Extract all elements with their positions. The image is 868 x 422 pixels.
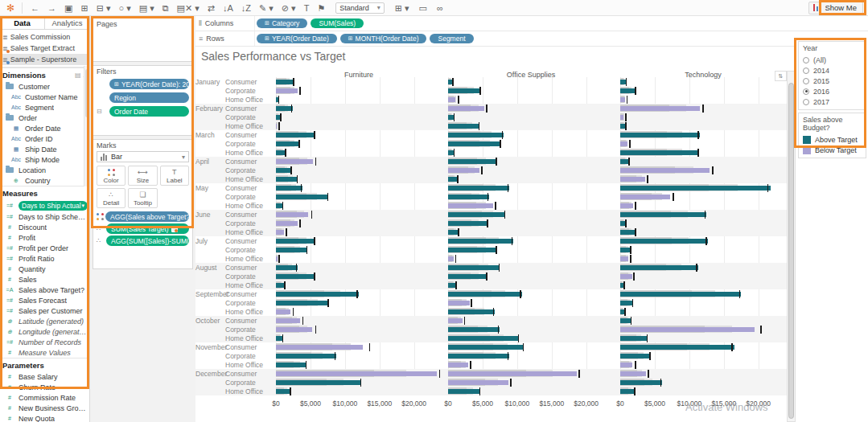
bullet-cell[interactable] <box>276 192 442 201</box>
parameter-item[interactable]: #Commission Rate <box>0 392 89 403</box>
bullet-cell[interactable] <box>448 77 614 86</box>
bullet-cell[interactable] <box>620 113 786 121</box>
chart-vertical-scrollbar[interactable] <box>787 71 796 422</box>
swap-rows-columns-icon[interactable]: ⇄ <box>204 1 219 15</box>
measure-item[interactable]: #Measure Values <box>0 347 89 358</box>
pause-auto-updates-icon[interactable]: ⊟ ▾ <box>93 1 115 15</box>
bullet-cell[interactable] <box>276 148 442 157</box>
dimension-item[interactable]: AbcOrder ID <box>0 133 89 144</box>
parameter-item[interactable]: #Churn Rate <box>0 382 89 392</box>
bullet-cell[interactable] <box>448 219 614 227</box>
bullet-cell[interactable] <box>620 307 786 316</box>
parameter-item[interactable]: #New Quota <box>0 413 89 422</box>
measure-item[interactable]: #Sales <box>0 274 89 285</box>
measure-item[interactable]: =#Sales per Customer <box>0 305 89 316</box>
bullet-cell[interactable] <box>276 289 442 298</box>
bullet-cell[interactable] <box>276 104 442 113</box>
bullet-cell[interactable] <box>276 387 442 395</box>
bullet-cell[interactable] <box>620 254 786 263</box>
dimension-item[interactable]: ▦Order Date <box>0 123 89 133</box>
bullet-cell[interactable] <box>276 307 442 316</box>
data-source-item[interactable]: ≣Sales Target Extract <box>0 43 89 54</box>
bullet-cell[interactable] <box>276 316 442 325</box>
parameter-item[interactable]: #Base Salary <box>0 371 89 382</box>
tableau-logo-icon[interactable]: ✻ <box>3 2 18 14</box>
bullet-cell[interactable] <box>276 369 442 378</box>
bullet-cell[interactable] <box>448 351 614 360</box>
bullet-cell[interactable] <box>448 325 614 334</box>
bullet-cell[interactable] <box>448 192 614 201</box>
bullet-cell[interactable] <box>620 236 786 245</box>
legend-item[interactable]: Above Target <box>803 134 862 145</box>
sort-ascending-icon[interactable]: ↓A <box>219 1 237 15</box>
fit-mode-select[interactable]: Standard ▾ <box>335 2 385 14</box>
data-source-item[interactable]: ≣Sample - Superstore <box>0 54 89 65</box>
axis-sort-button[interactable]: ⇅ <box>775 71 787 81</box>
bullet-cell[interactable] <box>620 325 786 334</box>
bullet-cell[interactable] <box>620 86 786 95</box>
bullet-cell[interactable] <box>276 263 442 272</box>
bullet-cell[interactable] <box>276 254 442 263</box>
bullet-cell[interactable] <box>448 157 614 166</box>
bullet-cell[interactable] <box>448 316 614 325</box>
year-option[interactable]: 2014 <box>803 65 862 76</box>
bullet-cell[interactable] <box>620 334 786 342</box>
shelf-pill[interactable]: ⊞MONTH(Order Date) <box>340 34 427 43</box>
bullet-cell[interactable] <box>276 157 442 166</box>
shelf-pill[interactable]: SUM(Sales) <box>311 18 364 28</box>
dimension-item[interactable]: AbcCustomer Name <box>0 92 89 102</box>
bullet-cell[interactable] <box>276 227 442 236</box>
bullet-cell[interactable] <box>448 86 614 95</box>
bullet-cell[interactable] <box>276 281 442 289</box>
bullet-cell[interactable] <box>276 360 442 369</box>
bullet-cell[interactable] <box>620 227 786 236</box>
bullet-cell[interactable] <box>620 130 786 139</box>
filter-pill[interactable]: ⊞YEAR(Order Date): 2016 <box>109 79 189 89</box>
mark-pill[interactable]: AGG(SUM([Sales])-SUM([… <box>106 236 189 246</box>
bullet-cell[interactable] <box>276 219 442 227</box>
bullet-cell[interactable] <box>448 121 614 130</box>
dimension-item[interactable]: AbcShip Mode <box>0 154 89 165</box>
show-mark-labels-icon[interactable]: T <box>300 1 314 15</box>
measure-item[interactable]: =ASales above Target? <box>0 285 89 295</box>
bullet-cell[interactable] <box>276 342 442 351</box>
bullet-cell[interactable] <box>620 387 786 395</box>
bullet-cell[interactable] <box>448 130 614 139</box>
label-button[interactable]: TLabel <box>160 166 189 186</box>
bullet-cell[interactable] <box>448 334 614 342</box>
redo-icon[interactable]: → <box>43 1 60 15</box>
bullet-cell[interactable] <box>448 342 614 351</box>
bullet-cell[interactable] <box>620 77 786 86</box>
bullet-cell[interactable] <box>620 263 786 272</box>
bullet-cell[interactable] <box>620 281 786 289</box>
bullet-cell[interactable] <box>620 342 786 351</box>
radio-button[interactable] <box>803 78 809 84</box>
bullet-cell[interactable] <box>448 378 614 387</box>
bullet-cell[interactable] <box>448 254 614 263</box>
bullet-cell[interactable] <box>448 387 614 395</box>
bullet-cell[interactable] <box>276 351 442 360</box>
run-auto-updates-icon[interactable]: ○ ▾ <box>114 1 134 15</box>
mark-pill[interactable]: AGG(Sales above Target?) <box>105 211 189 222</box>
bullet-cell[interactable] <box>620 157 786 166</box>
bullet-cell[interactable] <box>620 104 786 113</box>
filter-pill[interactable]: Region <box>109 92 189 103</box>
bullet-cell[interactable] <box>620 351 786 360</box>
fix-axes-icon[interactable]: ⚑ <box>313 1 329 15</box>
mark-type-dropdown[interactable]: Bar ▾ <box>97 151 189 162</box>
year-option[interactable]: 2015 <box>803 76 862 86</box>
highlight-icon[interactable]: ✎ ▾ <box>255 1 278 15</box>
radio-button[interactable] <box>803 68 809 74</box>
bullet-cell[interactable] <box>276 298 442 307</box>
dimension-item[interactable]: Order <box>0 113 89 123</box>
shelf-pill[interactable]: ⊞YEAR(Order Date) <box>257 34 337 43</box>
bullet-cell[interactable] <box>620 298 786 307</box>
tooltip-button[interactable]: ❏Tooltip <box>128 188 157 208</box>
show-me-button[interactable]: Show Me <box>808 2 863 14</box>
bullet-cell[interactable] <box>276 334 442 342</box>
group-members-icon[interactable]: ⊘ ▾ <box>278 1 300 15</box>
bullet-cell[interactable] <box>620 360 786 369</box>
bullet-cell[interactable] <box>620 245 786 254</box>
color-button[interactable]: Color <box>97 166 125 186</box>
bullet-cell[interactable] <box>448 369 614 378</box>
